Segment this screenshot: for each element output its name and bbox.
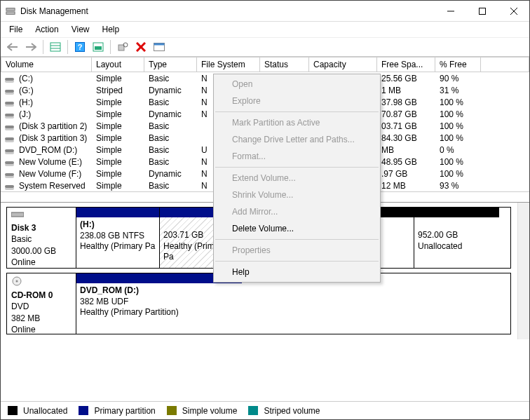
column-pct-free[interactable]: % Free bbox=[435, 57, 481, 72]
svg-text:?: ? bbox=[78, 43, 83, 51]
ctx-extend-volume[interactable]: Extend Volume... bbox=[214, 170, 380, 187]
help-button[interactable]: ? bbox=[72, 39, 88, 55]
ctx-mark-active[interactable]: Mark Partition as Active bbox=[214, 114, 380, 131]
list-view-button[interactable] bbox=[47, 39, 64, 55]
column-filesystem[interactable]: File System bbox=[197, 57, 260, 72]
legend-swatch-unallocated bbox=[8, 406, 18, 415]
volume-list-header: Volume Layout Type File System Status Ca… bbox=[1, 57, 529, 72]
column-free-space[interactable]: Free Spa... bbox=[377, 57, 435, 72]
partition-status: Unallocated bbox=[418, 241, 496, 252]
titlebar: Disk Management bbox=[1, 1, 529, 22]
disk-name: Disk 3 bbox=[11, 222, 72, 233]
partition-header bbox=[414, 208, 499, 217]
svg-rect-18 bbox=[154, 43, 165, 46]
cdrom-icon bbox=[11, 276, 72, 289]
volume-icon bbox=[5, 98, 16, 107]
svg-rect-12 bbox=[95, 46, 102, 50]
volume-icon bbox=[5, 170, 16, 178]
volume-icon bbox=[5, 134, 16, 142]
ctx-properties[interactable]: Properties bbox=[214, 242, 380, 259]
partition-header bbox=[76, 208, 159, 217]
app-icon bbox=[5, 6, 16, 17]
toolbar: ? bbox=[1, 37, 529, 57]
disk-icon bbox=[11, 210, 72, 222]
partition[interactable]: (H:)238.08 GB NTFSHealthy (Primary Pa bbox=[76, 208, 159, 268]
svg-rect-6 bbox=[50, 43, 60, 51]
disk-type: DVD bbox=[11, 301, 72, 312]
column-capacity[interactable]: Capacity bbox=[309, 57, 377, 72]
ctx-delete-volume[interactable]: Delete Volume... bbox=[214, 220, 380, 237]
column-volume[interactable]: Volume bbox=[1, 57, 92, 72]
column-type[interactable]: Type bbox=[144, 57, 197, 72]
menu-file[interactable]: File bbox=[4, 23, 29, 36]
menubar: File Action View Help bbox=[1, 22, 529, 37]
minimize-button[interactable] bbox=[435, 1, 466, 21]
menu-action[interactable]: Action bbox=[29, 23, 65, 36]
legend-striped: Striped volume bbox=[264, 406, 320, 416]
ctx-add-mirror[interactable]: Add Mirror... bbox=[214, 203, 380, 220]
volume-icon bbox=[5, 158, 16, 166]
legend-unallocated: Unallocated bbox=[23, 406, 67, 416]
svg-rect-0 bbox=[6, 8, 15, 11]
context-menu: Open Explore Mark Partition as Active Ch… bbox=[213, 74, 381, 283]
disk-status: Online bbox=[11, 324, 72, 335]
legend-swatch-simple bbox=[167, 406, 177, 415]
partition-size: 382 MB UDF bbox=[80, 297, 238, 308]
delete-button[interactable] bbox=[132, 39, 149, 55]
disk-info[interactable]: CD-ROM 0 DVD 382 MB Online bbox=[7, 273, 76, 334]
vertical-scrollbar[interactable] bbox=[517, 203, 529, 339]
legend-swatch-striped bbox=[248, 406, 258, 415]
volume-icon bbox=[5, 146, 16, 154]
svg-rect-1 bbox=[6, 11, 15, 14]
window-title: Disk Management bbox=[20, 6, 435, 16]
disk-size: 382 MB bbox=[11, 313, 72, 324]
partition-name: (H:) bbox=[80, 219, 156, 231]
graph-view-button[interactable] bbox=[90, 39, 107, 55]
legend-primary: Primary partition bbox=[94, 406, 155, 416]
disk-name: CD-ROM 0 bbox=[11, 290, 72, 301]
volume-icon bbox=[5, 182, 16, 190]
close-button[interactable] bbox=[498, 1, 529, 21]
column-status[interactable]: Status bbox=[260, 57, 309, 72]
partition-size: 952.00 GB bbox=[418, 230, 496, 241]
disk-type: Basic bbox=[11, 233, 72, 245]
column-end[interactable] bbox=[481, 57, 529, 72]
ctx-help[interactable]: Help bbox=[214, 264, 380, 280]
svg-rect-19 bbox=[11, 212, 24, 217]
volume-icon bbox=[5, 122, 16, 130]
ctx-change-drive-letter[interactable]: Change Drive Letter and Paths... bbox=[214, 131, 380, 148]
partition[interactable]: 952.00 GBUnallocated bbox=[414, 208, 499, 268]
disk-size: 3000.00 GB bbox=[11, 245, 72, 257]
maximize-button[interactable] bbox=[466, 1, 498, 21]
ctx-format[interactable]: Format... bbox=[214, 148, 380, 165]
disk-info[interactable]: Disk 3 Basic 3000.00 GB Online bbox=[7, 208, 76, 268]
legend: Unallocated Primary partition Simple vol… bbox=[1, 401, 529, 419]
partition-status: Healthy (Primary Pa bbox=[80, 241, 156, 252]
ctx-shrink-volume[interactable]: Shrink Volume... bbox=[214, 187, 380, 203]
forward-button[interactable] bbox=[22, 39, 39, 55]
ctx-open[interactable]: Open bbox=[214, 76, 380, 93]
volume-icon bbox=[5, 74, 16, 83]
ctx-explore[interactable]: Explore bbox=[214, 93, 380, 109]
partition-name: DVD_ROM (D:) bbox=[80, 285, 238, 297]
settings-button[interactable] bbox=[114, 39, 131, 55]
menu-view[interactable]: View bbox=[66, 23, 97, 36]
partition-status: Healthy (Primary Partition) bbox=[80, 307, 238, 318]
legend-simple: Simple volume bbox=[182, 406, 238, 416]
disk-status: Online bbox=[11, 257, 72, 268]
menu-help[interactable]: Help bbox=[97, 23, 127, 36]
legend-swatch-primary bbox=[79, 406, 88, 415]
properties-button[interactable] bbox=[151, 39, 168, 55]
column-layout[interactable]: Layout bbox=[92, 57, 144, 72]
svg-rect-3 bbox=[479, 8, 485, 14]
svg-point-21 bbox=[16, 280, 18, 283]
partition-size: 238.08 GB NTFS bbox=[80, 231, 156, 242]
volume-icon bbox=[5, 110, 16, 118]
back-button[interactable] bbox=[4, 39, 21, 55]
volume-icon bbox=[5, 86, 16, 95]
